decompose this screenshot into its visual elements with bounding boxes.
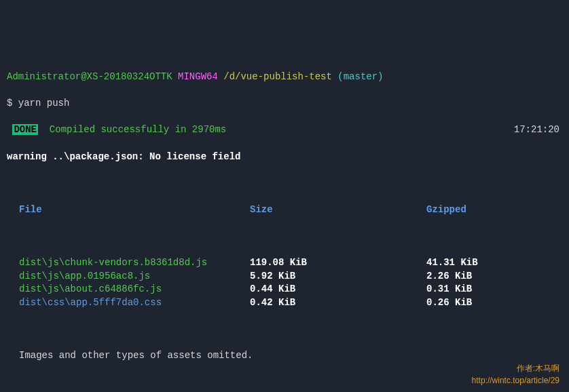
asset-file: dist\js\app.01956ac8.js bbox=[19, 270, 250, 283]
asset-size: 0.42 KiB bbox=[250, 296, 426, 310]
terminal[interactable]: Administrator@XS-20180324OTTK MINGW64 /d… bbox=[7, 57, 562, 392]
prompt-shell: MINGW64 bbox=[178, 71, 218, 82]
timestamp: 17:21:20 bbox=[514, 123, 562, 137]
asset-size: 5.92 KiB bbox=[250, 270, 426, 283]
asset-file: dist\js\about.c64886fc.js bbox=[19, 283, 250, 296]
done-badge: DONE bbox=[12, 124, 38, 135]
asset-size: 0.44 KiB bbox=[250, 283, 426, 296]
asset-gzip: 0.26 KiB bbox=[426, 296, 562, 310]
asset-row: dist\js\chunk-vendors.b8361d8d.js119.08 … bbox=[7, 256, 562, 270]
watermark-url: http://wintc.top/article/29 bbox=[472, 375, 559, 387]
header-size: Size bbox=[250, 203, 426, 217]
asset-row: dist\js\about.c64886fc.js0.44 KiB0.31 Ki… bbox=[7, 283, 562, 296]
asset-gzip: 0.31 KiB bbox=[426, 283, 562, 296]
compile-line: DONE Compiled successfully in 2970ms17:2… bbox=[7, 123, 562, 137]
asset-size: 119.08 KiB bbox=[250, 256, 426, 270]
prompt-branch: (master) bbox=[337, 71, 383, 82]
header-gzip: Gzipped bbox=[426, 203, 562, 217]
command-line: $ yarn push bbox=[7, 97, 562, 111]
asset-row: dist\js\app.01956ac8.js5.92 KiB2.26 KiB bbox=[7, 270, 562, 283]
prompt-line: Administrator@XS-20180324OTTK MINGW64 /d… bbox=[7, 71, 562, 84]
table-header: FileSizeGzipped bbox=[7, 203, 562, 217]
command: yarn push bbox=[18, 98, 70, 109]
asset-gzip: 2.26 KiB bbox=[426, 270, 562, 283]
asset-gzip: 41.31 KiB bbox=[426, 256, 562, 270]
asset-file: dist\js\chunk-vendors.b8361d8d.js bbox=[19, 256, 250, 270]
compile-message: Compiled successfully in 2970ms bbox=[50, 124, 226, 135]
prompt-symbol: $ bbox=[7, 98, 12, 109]
omitted-line: Images and other types of assets omitted… bbox=[7, 349, 562, 363]
warning-line: warning ..\package.json: No license fiel… bbox=[7, 151, 562, 164]
header-file: File bbox=[19, 203, 250, 217]
prompt-user: Administrator@XS-20180324OTTK bbox=[7, 71, 172, 82]
watermark-author: 作者:木马啊 bbox=[517, 363, 559, 374]
asset-row: dist\css\app.5fff7da0.css0.42 KiB0.26 Ki… bbox=[7, 296, 562, 310]
prompt-path: /d/vue-publish-test bbox=[223, 71, 332, 82]
asset-file: dist\css\app.5fff7da0.css bbox=[19, 296, 250, 310]
